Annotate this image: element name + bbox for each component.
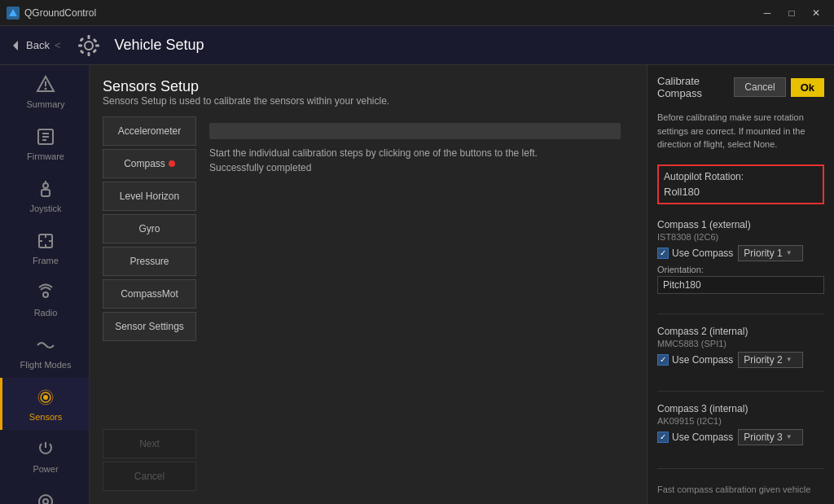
compass-button[interactable]: Compass <box>103 149 196 178</box>
back-arrow-icon <box>10 39 23 52</box>
sidebar: Summary Firmware Joystick <box>0 65 90 504</box>
back-button[interactable]: Back < <box>10 39 63 52</box>
compass1-title: Compass 1 (external) <box>657 219 824 230</box>
compass3-section: Compass 3 (internal) AK09915 (I2C1) ✓ Us… <box>657 403 824 449</box>
calibrate-title: Calibrate Compass <box>657 75 729 99</box>
compass2-section: Compass 2 (internal) MMC5883 (SPI1) ✓ Us… <box>657 326 824 371</box>
compass1-use-label: Use Compass <box>672 248 733 259</box>
compass1-orientation-value: Pitch180 <box>657 276 824 294</box>
pressure-button[interactable]: Pressure <box>103 247 196 276</box>
accelerometer-button[interactable]: Accelerometer <box>103 116 196 146</box>
compass3-priority-dropdown[interactable]: Priority 3 <box>738 429 803 445</box>
svg-rect-6 <box>95 44 99 46</box>
sensors-body: Accelerometer Compass Level Horizon Gyro… <box>103 116 634 491</box>
sidebar-item-radio[interactable]: Radio <box>0 274 89 326</box>
compassmot-button[interactable]: CompassMot <box>103 279 196 309</box>
sidebar-label-frame: Frame <box>33 256 59 265</box>
sidebar-label-sensors: Sensors <box>29 412 62 422</box>
radio-icon <box>34 282 57 305</box>
svg-point-18 <box>43 183 48 188</box>
minimize-button[interactable]: ─ <box>756 5 779 21</box>
autopilot-rotation-section: Autopilot Rotation: Roll180 <box>657 164 824 204</box>
right-panel: Calibrate Compass Cancel Ok Before calib… <box>647 65 834 504</box>
sidebar-item-joystick[interactable]: Joystick <box>0 169 89 221</box>
svg-point-13 <box>45 88 47 90</box>
compass1-priority-dropdown[interactable]: Priority 1 <box>738 245 803 261</box>
close-button[interactable]: ✕ <box>805 5 827 21</box>
compass2-use-label: Use Compass <box>672 354 733 366</box>
compass1-row: ✓ Use Compass Priority 1 <box>657 245 824 261</box>
calibrate-ok-button[interactable]: Ok <box>791 78 824 97</box>
svg-rect-8 <box>92 37 97 42</box>
compass3-row: ✓ Use Compass Priority 3 <box>657 429 824 445</box>
sensor-settings-button[interactable]: Sensor Settings <box>103 312 196 341</box>
gear-icon <box>76 33 102 59</box>
divider1 <box>657 313 824 314</box>
power-icon <box>34 438 57 461</box>
status-text: Start the individual calibration steps b… <box>209 146 621 175</box>
sidebar-item-motors[interactable]: Motors <box>0 482 89 504</box>
page-title: Vehicle Setup <box>115 37 204 54</box>
motors-icon <box>34 490 57 504</box>
title-bar: QGroundControl ─ □ ✕ <box>0 0 834 26</box>
sidebar-label-summary: Summary <box>26 99 64 109</box>
svg-marker-1 <box>13 41 18 50</box>
svg-rect-19 <box>42 190 50 196</box>
compass2-priority-dropdown[interactable]: Priority 2 <box>738 352 803 368</box>
sidebar-item-summary[interactable]: Summary <box>0 65 89 117</box>
sensor-status-area: Start the individual calibration steps b… <box>196 116 634 491</box>
sidebar-item-power[interactable]: Power <box>0 430 89 482</box>
level-horizon-button[interactable]: Level Horizon <box>103 182 196 211</box>
svg-rect-7 <box>79 37 84 42</box>
svg-point-2 <box>85 42 93 50</box>
bottom-note: Fast compass calibration given vehicle <box>657 484 824 494</box>
autopilot-rotation-value: Roll180 <box>664 186 818 198</box>
back-label: Back <box>26 39 50 51</box>
maximize-button[interactable]: □ <box>780 5 803 21</box>
svg-rect-5 <box>78 44 82 46</box>
compass1-checkbox[interactable]: ✓ Use Compass <box>657 248 733 259</box>
compass3-check-icon: ✓ <box>657 432 669 443</box>
joystick-icon <box>34 177 57 200</box>
next-button[interactable]: Next <box>103 429 196 458</box>
compass3-use-label: Use Compass <box>672 432 733 443</box>
sidebar-label-joystick: Joystick <box>29 204 61 213</box>
svg-rect-3 <box>87 35 90 39</box>
app-icon <box>7 7 20 20</box>
sidebar-item-flightmodes[interactable]: Flight Modes <box>0 326 89 378</box>
title-bar-left: QGroundControl <box>7 7 96 20</box>
compass3-checkbox[interactable]: ✓ Use Compass <box>657 432 733 443</box>
gyro-button[interactable]: Gyro <box>103 214 196 243</box>
svg-point-26 <box>43 292 48 297</box>
compass2-title: Compass 2 (internal) <box>657 326 824 337</box>
sensor-buttons-panel: Accelerometer Compass Level Horizon Gyro… <box>103 116 196 491</box>
divider2 <box>657 391 824 392</box>
sensors-panel: Sensors Setup Sensors Setup is used to c… <box>90 65 647 504</box>
autopilot-rotation-label: Autopilot Rotation: <box>664 171 818 182</box>
svg-point-27 <box>43 395 48 400</box>
top-nav: Back < Vehicle Setup <box>0 26 834 65</box>
svg-point-32 <box>43 499 48 504</box>
svg-rect-4 <box>87 52 90 56</box>
sidebar-label-firmware: Firmware <box>27 151 64 161</box>
summary-icon <box>34 73 57 96</box>
title-bar-controls: ─ □ ✕ <box>756 5 827 21</box>
sidebar-item-sensors[interactable]: Sensors <box>0 378 89 430</box>
sidebar-label-flightmodes: Flight Modes <box>20 360 72 370</box>
svg-rect-9 <box>79 49 84 54</box>
compass1-check-icon: ✓ <box>657 248 669 259</box>
main-layout: Summary Firmware Joystick <box>0 65 834 504</box>
flightmodes-icon <box>34 334 57 357</box>
calibrate-info: Before calibrating make sure rotation se… <box>657 111 824 151</box>
cancel-button[interactable]: Cancel <box>103 462 196 491</box>
nav-separator: < <box>55 39 61 51</box>
compass2-chip: MMC5883 (SPI1) <box>657 339 824 348</box>
sidebar-item-firmware[interactable]: Firmware <box>0 117 89 169</box>
calibrate-header: Calibrate Compass Cancel Ok <box>657 75 824 99</box>
compass2-checkbox[interactable]: ✓ Use Compass <box>657 354 733 366</box>
sensors-title: Sensors Setup <box>103 78 634 95</box>
compass2-row: ✓ Use Compass Priority 2 <box>657 352 824 368</box>
sidebar-item-frame[interactable]: Frame <box>0 221 89 274</box>
compass1-orientation-label: Orientation: <box>657 265 824 274</box>
calibrate-cancel-button[interactable]: Cancel <box>734 77 785 97</box>
